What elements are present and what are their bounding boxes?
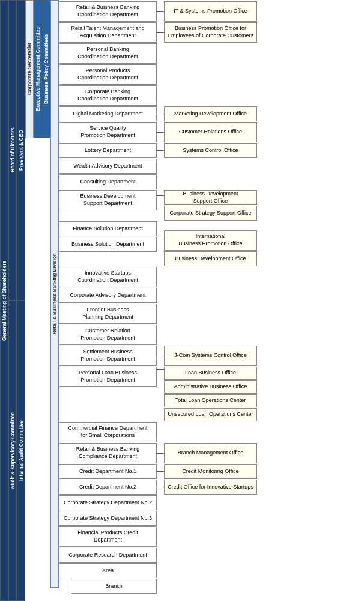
band-retail-banking-division: Retail & Business Banking Division (50, 0, 59, 588)
band-corporate-secretariat: Corporate Secretariat (25, 0, 34, 138)
office-jcoin-systems: J-Coin Systems Control Office (164, 346, 257, 366)
dept-retail-talent: Retail Talent Management andAcquisition … (59, 22, 157, 43)
band-internal-audit: Internal Audit Committee (17, 300, 25, 601)
band-president: President & CEO (17, 0, 25, 300)
dept-financial-products-credit: Financial Products CreditDepartment (59, 526, 157, 547)
dept-area: Area (59, 563, 157, 578)
office-biz-dev-support: Business DevelopmentSupport Office (164, 190, 257, 205)
dept-frontier-biz: Frontier BusinessPlanning Department (59, 304, 157, 324)
office-systems-control: Systems Control Office (164, 143, 257, 158)
dept-corp-strategy-no3: Corporate Strategy Department No.3 (59, 511, 157, 526)
dept-lottery: Lottery Department (59, 143, 157, 158)
dept-retail-banking-compliance: Retail & Business BankingCompliance Depa… (59, 443, 157, 463)
dept-corporate-banking-coord: Corporate BankingCoordination Department (59, 85, 157, 106)
office-admin-biz: Administrative Business Office (164, 380, 257, 394)
dept-credit-no1: Credit Department No.1 (59, 464, 157, 479)
dept-corporate-advisory: Corporate Advisory Department (59, 288, 157, 303)
dept-personal-loan: Personal Loan BusinessPromotion Departme… (59, 367, 157, 387)
dept-wealth-advisory: Wealth Advisory Department (59, 159, 157, 174)
dept-corporate-research: Corporate Research Department (59, 548, 157, 563)
office-it-systems: IT & Systems Promotion Office (164, 1, 257, 22)
office-branch-mgmt: Branch Management Office (164, 443, 257, 463)
office-marketing-dev: Marketing Development Office (164, 106, 257, 121)
dept-finance-solution: Finance Solution Department (59, 221, 157, 236)
office-intl-biz-promotion: InternationalBusiness Promotion Office (164, 230, 257, 251)
dept-settlement-biz: Settlement BusinessPromotion Department (59, 346, 157, 366)
band-audit-supervisory: Audit & Supervisory Committee (8, 300, 17, 601)
dept-corp-strategy-no2: Corporate Strategy Department No.2 (59, 495, 157, 510)
office-business-promotion: Business Promotion Office forEmployees o… (164, 22, 257, 43)
dept-retail-banking-coord: Retail & Business BankingCoordination De… (59, 1, 157, 22)
dept-personal-banking-coord: Personal BankingCoordination Department (59, 43, 157, 64)
office-loan-biz: Loan Business Office (164, 367, 257, 380)
dept-personal-products: Personal ProductsCoordination Department (59, 64, 157, 85)
band-executive-management: Executive Management Committee (34, 0, 42, 138)
dept-consulting: Consulting Department (59, 174, 157, 189)
dept-digital-marketing: Digital Marketing Department (59, 106, 157, 121)
office-total-loan: Total Loan Operations Center (164, 394, 257, 407)
dept-branch: Branch (71, 579, 157, 594)
office-credit-innovative: Credit Office for Innovative Startups (164, 480, 257, 495)
dept-biz-solution: Business Solution Department (59, 237, 157, 252)
band-business-policy: Business Policy Committees (42, 0, 50, 138)
office-unsecured-loan: Unsecured Loan Operations Center (164, 408, 257, 421)
office-corp-strategy-support: Corporate Strategy Support Office (164, 206, 257, 221)
office-customer-relations: Customer Relations Office (164, 122, 257, 142)
dept-biz-dev-support: Business DevelopmentSupport Department (59, 190, 157, 210)
band-general-meeting: General Meeting of Shareholders (0, 0, 8, 601)
office-biz-dev: Business Development Office (164, 251, 257, 266)
dept-service-quality: Service QualityPromotion Department (59, 122, 157, 142)
dept-commercial-finance: Commercial Finance Departmentfor Small C… (59, 422, 157, 442)
dept-innovative-startups: Innovative StartupsCoordination Departme… (59, 267, 157, 287)
office-credit-monitoring: Credit Monitoring Office (164, 464, 257, 479)
dept-customer-relation: Customer RelationPromotion Department (59, 325, 157, 345)
org-chart: General Meeting of Shareholders Board of… (0, 0, 364, 601)
band-board: Board of Directors (8, 0, 17, 300)
dept-credit-no2: Credit Department No.2 (59, 480, 157, 495)
